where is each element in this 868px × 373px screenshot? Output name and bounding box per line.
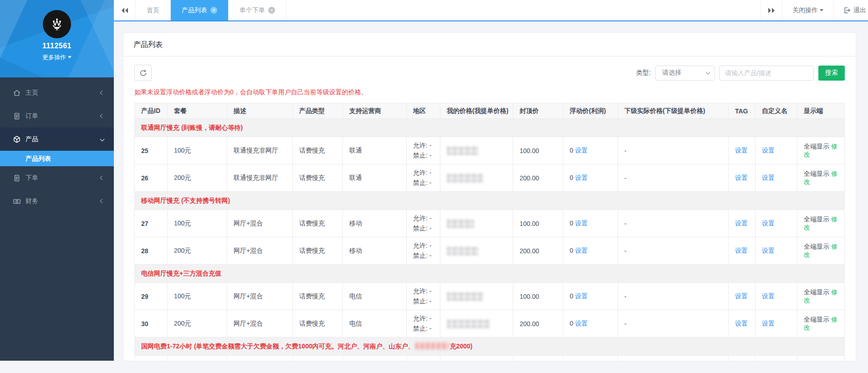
region: 允许: -禁止: -: [407, 164, 440, 192]
logout-label: 退出: [853, 6, 866, 15]
sidebar-item-home[interactable]: 主页: [0, 81, 114, 104]
carrier: 联通: [343, 137, 407, 164]
description: 网厅+混合: [227, 310, 293, 337]
sidebar: 1112561 更多操作 主页 订单 产品: [0, 0, 114, 361]
float-set-link[interactable]: 设置: [575, 174, 588, 181]
package: 100元: [168, 210, 227, 237]
product-id: 27: [135, 210, 168, 237]
custom-name: 设置: [756, 137, 797, 164]
group-title: 联通网厅慢充 (到账慢，请耐心等待): [141, 124, 243, 131]
col-float-price: 浮动价(利润): [563, 103, 618, 119]
type-select[interactable]: 请选择: [655, 66, 715, 81]
tab-close-icon[interactable]: ×: [210, 7, 217, 14]
sidebar-subitem-product-list[interactable]: 产品列表: [0, 151, 114, 166]
float-set-link[interactable]: 设置: [575, 247, 588, 254]
cap-price: [513, 356, 563, 362]
package: 200元: [168, 237, 227, 265]
tag: [729, 356, 756, 362]
sidebar-item-place-order[interactable]: 下单: [0, 166, 114, 189]
region-allow: 允许: -: [413, 141, 434, 151]
group-title: 充2000): [450, 342, 473, 350]
document-icon: [13, 174, 21, 182]
col-sub-price: 下级实际价格(下级提单价格): [618, 103, 729, 119]
money-icon: [13, 197, 21, 205]
product-type: 话费慢充: [293, 210, 343, 237]
region: 允许: -禁止: -: [407, 310, 440, 337]
table-row-26: 26 200元 联通慢充非网厅 话费慢充 联通 允许: -禁止: - 200.0…: [135, 164, 845, 192]
description: 网厅+混合: [227, 210, 293, 237]
tab-close-icon[interactable]: ×: [268, 7, 275, 14]
main-area: 首页 产品列表 × 单个下单 × 关闭操作 退出 产品列表: [114, 0, 868, 373]
float-price: 0 设置: [563, 310, 618, 337]
group-banner-electricity: 国网电费1-72小时 (单笔交费金额需大于欠费金额，欠费1000内可充。河北户、…: [135, 337, 845, 356]
search-button[interactable]: 搜索: [818, 66, 845, 81]
group-banner-mobile: 移动网厅慢充 (不支持携号转网): [135, 192, 845, 210]
custom-name-set-link[interactable]: 设置: [762, 174, 775, 181]
product-type: 话费慢充: [293, 283, 343, 310]
card-body: 类型: 请选择 搜索 如果未设置浮动价格或者浮动价为0，会自动取下单用户自己当前…: [123, 56, 856, 361]
double-chevron-left-icon: [121, 7, 128, 14]
censored-price: [447, 319, 490, 328]
custom-name: 设置: [756, 164, 797, 192]
filter-controls: 类型: 请选择 搜索: [636, 66, 845, 81]
float-set-link[interactable]: 设置: [575, 292, 588, 300]
region: 允许: -禁止: -: [407, 137, 440, 164]
cap-price: 100.00: [513, 210, 563, 237]
display-side: [797, 356, 845, 362]
display-side: 全端显示 修改: [797, 310, 845, 337]
sidebar-item-products[interactable]: 产品: [0, 128, 114, 151]
tag-set-link[interactable]: 设置: [735, 147, 748, 154]
col-display: 显示端: [797, 103, 845, 119]
logout-button[interactable]: 退出: [833, 0, 868, 20]
tag-set-link[interactable]: 设置: [735, 292, 748, 300]
display-side: 全端显示 修改: [797, 137, 845, 164]
tag-set-link[interactable]: 设置: [735, 174, 748, 181]
sidebar-item-finance[interactable]: 财务: [0, 189, 114, 213]
tag: 设置: [729, 283, 756, 310]
tab-single-order[interactable]: 单个下单 ×: [229, 0, 286, 20]
float-price: 0 设置: [563, 237, 618, 265]
custom-name-set-link[interactable]: 设置: [762, 292, 775, 300]
refresh-button[interactable]: [134, 65, 152, 81]
type-select-value: 请选择: [662, 69, 681, 77]
package: 100元: [168, 283, 227, 310]
product-type: 话费慢充: [293, 137, 343, 164]
float-set-link[interactable]: 设置: [575, 320, 588, 327]
tag-set-link[interactable]: 设置: [735, 220, 748, 227]
float-price: 0 设置: [563, 137, 618, 164]
cap-price: 200.00: [513, 237, 563, 265]
tab-home[interactable]: 首页: [136, 0, 171, 20]
custom-name-set-link[interactable]: 设置: [762, 320, 775, 327]
logout-icon: [843, 6, 851, 14]
close-actions-dropdown[interactable]: 关闭操作: [782, 0, 833, 20]
custom-name-set-link[interactable]: 设置: [762, 220, 775, 227]
sidebar-item-orders[interactable]: 订单: [0, 104, 114, 128]
sidebar-group-products: 产品 产品列表: [0, 128, 114, 166]
tag-set-link[interactable]: 设置: [735, 247, 748, 254]
sidebar-menu: 主页 订单 产品 产品列表 下单: [0, 77, 114, 361]
custom-name-set-link[interactable]: 设置: [762, 147, 775, 154]
tabs-scroll-left-button[interactable]: [114, 0, 136, 20]
caret-down-icon: [820, 9, 823, 11]
cube-icon: [13, 135, 21, 143]
chevron-down-icon: [706, 70, 710, 75]
float-set-link[interactable]: 设置: [575, 147, 588, 154]
chevron-left-icon: [100, 199, 105, 204]
carrier: 电信: [343, 283, 407, 310]
tab-label: 单个下单: [240, 6, 265, 15]
censored-price: [447, 146, 479, 155]
custom-name-set-link[interactable]: 设置: [762, 247, 775, 254]
float-set-link[interactable]: 设置: [575, 220, 588, 227]
search-input[interactable]: [719, 66, 814, 81]
table-header-row: 产品ID 套餐 描述 产品类型 支持运营商 地区 我的价格(我提单价格) 封顶价…: [135, 103, 845, 119]
custom-name: 设置: [756, 237, 797, 265]
my-price: [440, 283, 513, 310]
chevron-left-icon: [100, 91, 105, 95]
carrier: 移动: [343, 210, 407, 237]
tag-set-link[interactable]: 设置: [735, 320, 748, 327]
product-id: [135, 356, 168, 362]
tab-product-list[interactable]: 产品列表 ×: [171, 0, 229, 20]
tabs-scroll-right-button[interactable]: [760, 0, 782, 20]
cap-price: 200.00: [513, 164, 563, 192]
more-actions-dropdown[interactable]: 更多操作: [0, 53, 114, 61]
